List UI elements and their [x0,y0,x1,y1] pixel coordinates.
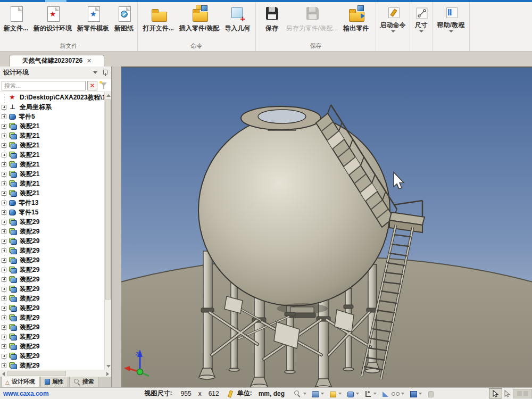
new-part-template-button[interactable]: 新零件模板 [74,4,112,33]
display-style-icon[interactable] [409,389,417,398]
scrollbar-thumb[interactable] [7,371,66,376]
expand-plus-icon[interactable] [2,325,6,330]
expand-plus-icon[interactable] [2,210,6,215]
tree-item[interactable]: 装配29 [0,313,111,322]
tree-item[interactable]: 装配29 [0,227,111,236]
new-design-env-button[interactable]: 新的设计环境 [31,4,74,33]
tree-item[interactable]: 装配29 [0,303,111,313]
expand-plus-icon[interactable] [2,248,6,253]
tree-item[interactable]: 装配21 [0,150,111,160]
cursor-icon[interactable] [504,390,511,397]
tree-item[interactable]: 装配21 [0,179,111,188]
tree-item[interactable]: 装配29 [0,255,111,265]
panel-dropdown-icon[interactable] [93,71,97,74]
viewport-3d[interactable]: z [121,66,532,387]
render-mode-icon[interactable] [311,389,319,398]
tree-item[interactable]: 装配21 [0,121,111,131]
tree-item[interactable]: 装配21 [0,131,111,140]
expand-plus-icon[interactable] [2,335,6,339]
expand-plus-icon[interactable] [2,344,6,349]
expand-plus-icon[interactable] [2,258,6,263]
chevron-down-icon[interactable] [303,393,306,395]
export-part-button[interactable]: 输出零件 [340,4,371,33]
tree-item[interactable]: 装配29 [0,322,111,332]
expand-plus-icon[interactable] [2,191,6,196]
tree-item[interactable]: 装配29 [0,246,111,255]
select-cursor-button[interactable] [489,388,502,398]
launch-command-button[interactable]: 启动命令 [378,4,409,34]
expand-plus-icon[interactable] [2,124,6,129]
save-as-button[interactable]: 另存为零件/装配... [284,4,340,33]
tree-item[interactable]: 装配29 [0,361,111,370]
caxa-website-link[interactable]: www.caxa.com [3,390,49,397]
expand-plus-icon[interactable] [2,143,6,148]
expand-plus-icon[interactable] [2,268,6,272]
tree-horizontal-scrollbar[interactable] [0,370,111,377]
open-file-button[interactable]: 打开文件... [140,4,177,33]
expand-plus-icon[interactable] [2,181,6,186]
expand-plus-icon[interactable] [2,287,6,292]
tree-item[interactable]: 装配29 [0,275,111,284]
section-view-icon[interactable] [381,389,389,398]
expand-plus-icon[interactable] [2,239,6,244]
tree-item[interactable]: 装配21 [0,169,111,179]
import-geometry-button[interactable]: 导入几何 [222,4,253,33]
tab-design-environment[interactable]: 设计环境 [1,377,39,387]
tree-item[interactable]: 装配29 [0,342,111,351]
expand-plus-icon[interactable] [2,172,6,177]
expand-plus-icon[interactable] [2,306,6,311]
filter-icon[interactable] [99,81,110,90]
expand-plus-icon[interactable] [2,153,6,157]
dimension-button[interactable]: 尺寸 [410,4,433,34]
expand-plus-icon[interactable] [2,105,6,110]
expand-plus-icon[interactable] [2,363,6,368]
chevron-down-icon[interactable] [356,393,359,395]
expand-plus-icon[interactable] [2,296,6,301]
save-button[interactable]: 保存 [260,4,284,33]
tree-vertical-scrollbar[interactable] [104,92,111,370]
expand-plus-icon[interactable] [2,201,6,205]
display-yellow-cube-icon[interactable] [328,389,337,398]
insert-part-button[interactable]: 插入零件/装配 [177,4,222,33]
new-drawing-button[interactable]: 新图纸 [112,4,136,33]
chevron-down-icon[interactable] [401,393,404,395]
tree-item[interactable]: 装配29 [0,217,111,227]
perspective-glasses-icon[interactable] [391,389,400,398]
chevron-down-icon[interactable] [338,393,342,395]
chevron-down-icon[interactable] [321,393,324,395]
clear-search-button[interactable]: ✕ [87,81,97,90]
manipulator-icon[interactable] [363,389,372,398]
tree-item[interactable]: 装配21 [0,140,111,150]
scroll-down-icon[interactable] [106,365,111,368]
tree-item[interactable]: 零件5 [0,112,111,121]
expand-plus-icon[interactable] [2,134,6,138]
display-blue-cube-icon[interactable] [346,389,354,398]
expand-plus-icon[interactable] [2,114,6,119]
pin-icon[interactable] [103,69,108,77]
tree-item[interactable]: 装配29 [0,351,111,361]
scroll-left-icon[interactable] [2,372,5,376]
tree-item[interactable]: 装配29 [0,294,111,303]
expand-plus-icon[interactable] [2,229,6,234]
expand-plus-icon[interactable] [2,162,6,167]
chevron-down-icon[interactable] [419,393,422,395]
expand-plus-icon[interactable] [2,220,6,225]
search-input[interactable] [2,81,86,90]
document-tab[interactable]: 天然气储罐20230726 ✕ [10,55,104,66]
expand-plus-icon[interactable] [2,315,6,320]
scroll-up-icon[interactable] [106,94,111,97]
new-file-button[interactable]: 新文件... [1,4,31,33]
tree-item[interactable]: 装配29 [0,332,111,342]
tree-item[interactable]: 装配21 [0,160,111,169]
tab-search[interactable]: 搜索 [69,377,98,387]
tree-item[interactable]: 零件13 [0,198,111,207]
close-icon[interactable]: ✕ [87,57,92,64]
scroll-right-icon[interactable] [106,372,109,376]
zoom-icon[interactable] [293,389,302,398]
expand-plus-icon[interactable] [2,277,6,282]
scrollbar-thumb[interactable] [105,99,111,300]
chevron-down-icon[interactable] [373,393,377,395]
tree-item[interactable]: 装配29 [0,265,111,275]
help-tutorial-button[interactable]: 帮助/教程 [435,4,467,34]
tree-item[interactable]: 装配29 [0,236,111,246]
